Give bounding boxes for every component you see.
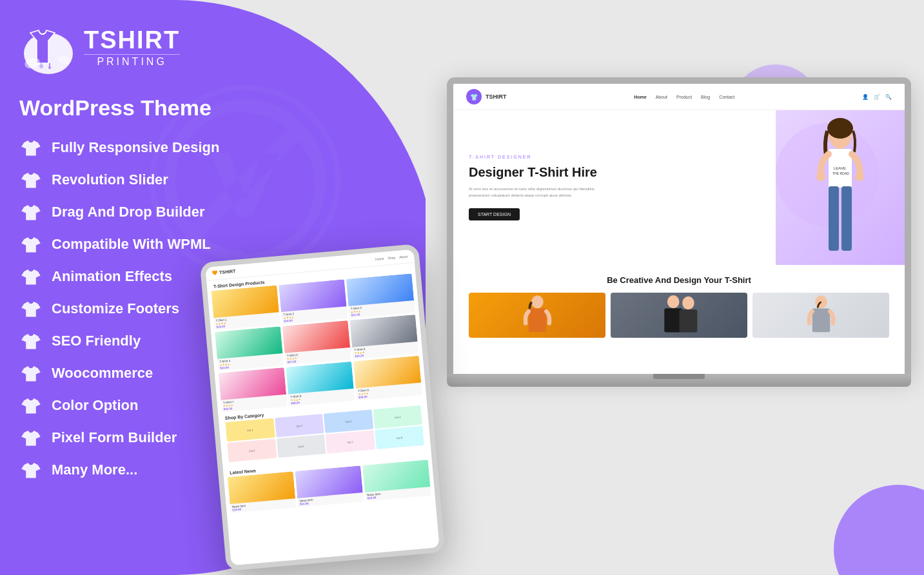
svg-rect-15 <box>829 186 839 251</box>
feature-label-responsive: Fully Responsive Design <box>52 139 219 156</box>
wp-theme-heading: WordPress Theme <box>19 95 211 121</box>
feature-label-revolution: Revolution Slider <box>52 171 168 188</box>
logo-area: TSHIRT PRINTING <box>19 18 180 76</box>
feature-tshirt-icon-seo <box>19 329 43 353</box>
feature-item-wpml: Compatible With WPML <box>19 229 219 260</box>
laptop-mockup: 👕 TSHIRT Home About Product Blog Contact… <box>447 77 911 400</box>
laptop-nav-blog[interactable]: Blog <box>701 95 710 99</box>
feature-label-color: Color Option <box>52 397 138 414</box>
svg-point-21 <box>682 296 694 309</box>
feature-label-wpml: Compatible With WPML <box>52 236 211 253</box>
cart-icon: 🛒 <box>874 94 880 100</box>
feature-item-more: Many More... <box>19 454 219 485</box>
laptop-nav-icons: 👤 🛒 🔍 <box>862 94 892 100</box>
laptop-product-card-1 <box>469 293 605 338</box>
laptop-hero-subtitle: T-SHIRT DESIGNER <box>469 155 760 159</box>
tablet-product-7: T-Shirt 8 ★★★★ $36.00 <box>286 362 355 407</box>
tablet-logo: 🧡 TSHIRT <box>212 269 236 276</box>
user-icon: 👤 <box>862 94 869 100</box>
feature-item-footers: Customize Footers <box>19 293 219 324</box>
feature-item-pixel: Pixel Form Builder <box>19 422 219 453</box>
news-card-3: News Item $29.99 <box>362 460 431 502</box>
svg-rect-16 <box>841 186 852 251</box>
feature-label-more: Many More... <box>52 462 137 478</box>
svg-point-13 <box>816 172 825 181</box>
tablet-mockup: 🧡 TSHIRT Home Shop About T-Shirt Design … <box>213 253 432 562</box>
laptop-logo-icon: 👕 <box>466 89 482 104</box>
laptop-cta-button[interactable]: START DESIGN <box>469 208 520 220</box>
laptop-navbar: 👕 TSHIRT Home About Product Blog Contact… <box>453 84 905 110</box>
laptop-product-row <box>469 293 889 338</box>
svg-rect-22 <box>679 309 697 332</box>
tablet-products-grid: T-Shirt 1 ★★★★ $15.00 T-Shirt 2 ★★★★ $18… <box>208 273 426 413</box>
tablet-cat-2: Cat 3 <box>324 409 373 433</box>
tablet-product-2: T-Shirt 3 ★★★★ $21.00 <box>346 273 415 318</box>
news-card-1: News Item $19.99 <box>228 471 296 513</box>
laptop-hero-content: T-SHIRT DESIGNER Designer T-Shirt Hire A… <box>453 110 776 265</box>
news-card-2: News Item $24.99 <box>295 465 363 507</box>
feature-item-seo: SEO Friendly <box>19 326 219 356</box>
laptop-nav-home[interactable]: Home <box>634 95 646 99</box>
tablet-product-1: T-Shirt 2 ★★★★ $18.00 <box>279 279 348 324</box>
feature-label-drag-drop: Drag And Drop Builder <box>52 204 205 220</box>
laptop-screen: 👕 TSHIRT Home About Product Blog Contact… <box>453 84 905 374</box>
feature-label-woo: Woocommerce <box>52 365 153 382</box>
feature-item-woo: Woocommerce <box>19 358 219 389</box>
feature-label-seo: SEO Friendly <box>52 333 141 349</box>
feature-tshirt-icon-responsive <box>19 136 43 159</box>
laptop-hero-desc: At vero eos et accusamus et iusto odio d… <box>469 186 611 199</box>
logo-text: TSHIRT PRINTING <box>84 28 180 67</box>
svg-point-17 <box>531 295 543 308</box>
laptop-base <box>447 374 911 387</box>
tablet-product-4: T-Shirt 5 ★★★★ $27.00 <box>282 320 351 365</box>
feature-label-footers: Customize Footers <box>52 300 179 317</box>
feature-tshirt-icon-pixel <box>19 426 43 449</box>
tablet-frame: 🧡 TSHIRT Home Shop About T-Shirt Design … <box>200 244 446 571</box>
svg-text:THE ROAD: THE ROAD <box>832 171 849 175</box>
laptop-hero: T-SHIRT DESIGNER Designer T-Shirt Hire A… <box>453 110 905 265</box>
feature-tshirt-icon-revolution <box>19 168 43 191</box>
feature-tshirt-icon-drag-drop <box>19 200 43 224</box>
tablet-cat-4: Cat 5 <box>227 439 277 462</box>
feature-item-revolution: Revolution Slider <box>19 164 219 195</box>
feature-tshirt-icon-woo <box>19 362 43 385</box>
feature-tshirt-icon-color <box>19 394 43 417</box>
feature-label-pixel: Pixel Form Builder <box>52 429 177 446</box>
tablet-product-0: T-Shirt 1 ★★★★ $15.00 <box>211 285 280 330</box>
laptop-second-section: Be Creative And Design Your T-Shirt <box>453 265 905 346</box>
laptop-frame: 👕 TSHIRT Home About Product Blog Contact… <box>447 77 911 374</box>
feature-item-responsive: Fully Responsive Design <box>19 132 219 163</box>
laptop-product-card-3 <box>752 293 889 338</box>
feature-tshirt-icon-wpml <box>19 233 43 256</box>
laptop-hero-title: Designer T-Shirt Hire <box>469 164 760 180</box>
tablet-product-8: T-Shirt 9 ★★★★ $39.00 <box>353 356 422 401</box>
feature-label-animation: Animation Effects <box>52 268 172 285</box>
tablet-product-6: T-Shirt 7 ★★★★ $33.00 <box>219 367 288 413</box>
logo-printing: PRINTING <box>84 54 180 67</box>
tablet-cat-3: Cat 4 <box>373 405 422 429</box>
feature-item-animation: Animation Effects <box>19 261 219 292</box>
tablet-cat-6: Cat 7 <box>326 430 375 453</box>
tablet-product-3: T-Shirt 4 ★★★★ $24.00 <box>215 326 284 371</box>
tablet-screen: 🧡 TSHIRT Home Shop About T-Shirt Design … <box>205 249 439 565</box>
svg-point-9 <box>827 118 853 139</box>
tablet-cat-5: Cat 6 <box>276 434 326 458</box>
feature-item-drag-drop: Drag And Drop Builder <box>19 197 219 228</box>
tablet-cat-7: Cat 8 <box>375 426 424 449</box>
feature-tshirt-icon-footers <box>19 297 43 320</box>
svg-text:LEAVE: LEAVE <box>834 166 846 170</box>
laptop-product-card-2 <box>611 293 747 338</box>
svg-point-14 <box>855 172 864 181</box>
laptop-logo-area: 👕 TSHIRT <box>466 89 507 104</box>
svg-rect-24 <box>812 308 830 332</box>
laptop-hero-image: LEAVE THE ROAD <box>776 110 905 265</box>
features-list: Fully Responsive Design Revolution Slide… <box>19 132 219 485</box>
laptop-nav-product[interactable]: Product <box>676 95 692 99</box>
laptop-nav-about[interactable]: About <box>656 95 667 99</box>
svg-point-19 <box>667 295 679 307</box>
laptop-notch <box>653 374 705 379</box>
svg-rect-18 <box>528 308 546 332</box>
laptop-nav-links: Home About Product Blog Contact <box>634 95 734 99</box>
laptop-nav-contact[interactable]: Contact <box>719 95 734 99</box>
laptop-section-title: Be Creative And Design Your T-Shirt <box>469 275 889 285</box>
